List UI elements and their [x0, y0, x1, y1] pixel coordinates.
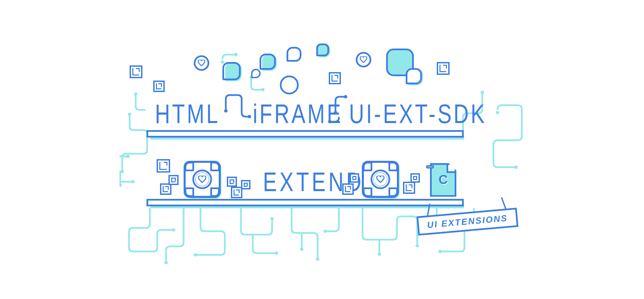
svg-point-15: [275, 251, 278, 255]
companion-cube-icon: [184, 161, 221, 198]
svg-point-4: [134, 92, 137, 96]
svg-point-9: [119, 183, 122, 187]
circuit-box-icon: [168, 175, 179, 185]
tech-illustration: HTML iFRAME UI-EXT-SDK EXTEND C UI EXTEN…: [119, 28, 525, 271]
conveyor-shelf-top: [146, 130, 464, 138]
svg-point-26: [344, 95, 347, 98]
svg-point-8: [126, 155, 130, 158]
svg-point-29: [261, 88, 265, 91]
svg-point-18: [324, 230, 327, 233]
tech-label-html: HTML: [155, 98, 220, 129]
circuit-box-icon: [403, 182, 415, 194]
svg-point-6: [496, 111, 499, 114]
file-letter: C: [438, 173, 448, 187]
circuit-box-icon: [160, 183, 171, 195]
circuit-box-icon: [350, 173, 359, 183]
svg-point-10: [131, 180, 135, 183]
svg-point-20: [378, 252, 381, 256]
circuit-box-icon: [410, 173, 420, 183]
svg-point-19: [415, 244, 419, 247]
circuit-box-icon: [153, 81, 165, 92]
tech-label-sdk: UI-EXT-SDK: [349, 98, 487, 129]
svg-point-24: [248, 115, 251, 118]
companion-cube-icon: [362, 161, 399, 198]
tech-label-iframe: iFRAME: [253, 98, 343, 129]
heart-icon: [194, 55, 209, 71]
svg-point-14: [270, 217, 274, 220]
ui-extensions-badge: UI EXTENSIONS: [417, 208, 518, 236]
svg-point-16: [316, 258, 319, 261]
circuit-box-icon: [130, 65, 142, 78]
svg-point-1: [234, 53, 238, 56]
svg-point-21: [438, 250, 442, 253]
heart-icon: [356, 52, 371, 67]
circuit-box-icon: [231, 187, 242, 198]
circuit-box-icon: [157, 159, 170, 173]
squircle-icon: [316, 43, 329, 56]
circuit-box-icon: [329, 72, 341, 84]
svg-point-13: [194, 253, 197, 257]
circuit-box-icon: [437, 62, 450, 75]
svg-point-5: [481, 91, 484, 94]
circuit-traces-background: [119, 28, 525, 271]
svg-point-12: [164, 261, 168, 264]
circuit-box-icon: [227, 177, 237, 187]
svg-point-23: [224, 109, 227, 113]
svg-point-11: [172, 228, 175, 232]
svg-point-17: [300, 247, 303, 251]
svg-point-3: [120, 170, 124, 173]
conveyor-shelf-bottom: [146, 199, 464, 206]
squircle-icon: [287, 47, 301, 62]
squircle-icon: [260, 54, 276, 70]
circuit-box-icon: [342, 183, 354, 195]
squircle-icon: [222, 62, 241, 80]
svg-point-0: [221, 60, 224, 64]
svg-point-2: [128, 113, 131, 116]
circle-icon: [280, 76, 299, 94]
squircle-icon: [406, 68, 422, 84]
svg-point-7: [514, 166, 518, 169]
squircle-icon: [251, 69, 261, 78]
circuit-box-icon: [241, 180, 250, 189]
